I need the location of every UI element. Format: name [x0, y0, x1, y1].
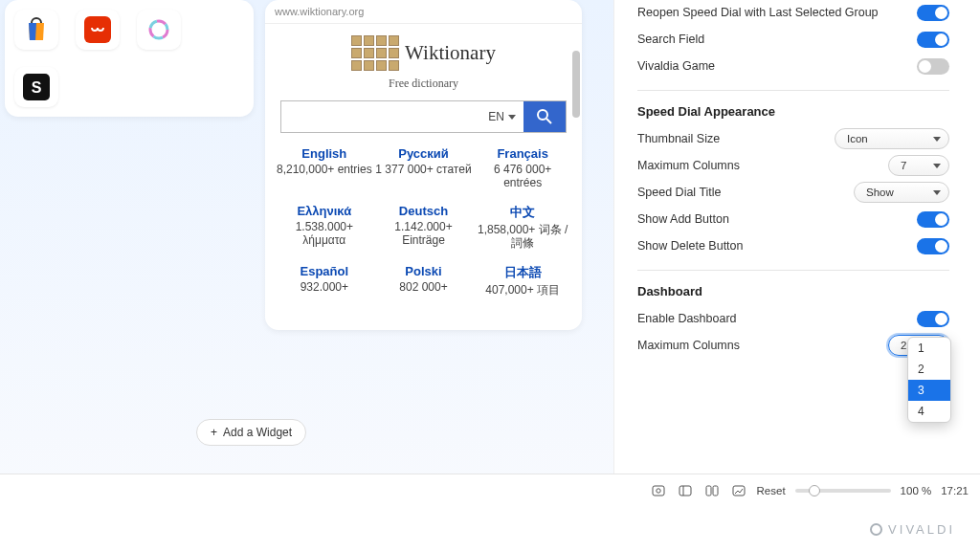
- dropdown-option-2[interactable]: 2: [908, 359, 950, 380]
- status-bar: Reset 100 % 17:21: [0, 474, 980, 507]
- toggle-enable-dashboard[interactable]: [917, 311, 949, 327]
- heading-dashboard: Dashboard: [637, 284, 949, 298]
- lang-item[interactable]: Русский1 377 000+ статей: [374, 146, 474, 190]
- image-toggle-icon[interactable]: [730, 482, 747, 499]
- setting-show-delete-button-label: Show Delete Button: [637, 239, 744, 253]
- lang-item[interactable]: Ελληνικά1.538.000+ λήμματα: [275, 204, 374, 251]
- dropdown-option-3[interactable]: 3: [908, 380, 950, 401]
- plus-icon: +: [211, 426, 217, 439]
- dropdown-option-4[interactable]: 4: [908, 401, 950, 422]
- lang-item[interactable]: 中文1,858,000+ 词条 / 詞條: [473, 204, 572, 251]
- svg-point-5: [538, 110, 547, 120]
- brand-label: VIVALDI: [888, 522, 955, 537]
- lang-item[interactable]: Polski802 000+: [374, 264, 474, 297]
- panel-toggle-icon[interactable]: [677, 482, 694, 499]
- add-widget-button[interactable]: + Add a Widget: [196, 419, 306, 446]
- search-input[interactable]: [281, 101, 480, 132]
- vivaldi-brand: VIVALDI: [870, 522, 955, 537]
- settings-panel: Reopen Speed Dial with Last Selected Gro…: [613, 0, 980, 474]
- svg-rect-12: [706, 486, 711, 496]
- setting-speed-dial-title-label: Speed Dial Title: [637, 186, 722, 199]
- speed-dial-grid: S: [5, 0, 254, 117]
- capture-icon[interactable]: [650, 482, 667, 499]
- widget-url: www.wiktionary.org: [265, 0, 582, 24]
- zoom-reset[interactable]: Reset: [757, 485, 786, 496]
- setting-max-columns-sd-label: Maximum Columns: [637, 159, 740, 172]
- toggle-search-field[interactable]: [917, 32, 949, 48]
- wiktionary-subtitle: Free dictionary: [275, 77, 572, 91]
- app-tile-s-square[interactable]: S: [14, 67, 58, 107]
- search-icon: [536, 108, 553, 125]
- toggle-vivaldia-game[interactable]: [917, 58, 949, 75]
- svg-text:S: S: [32, 79, 42, 96]
- wiktionary-logo-icon: [351, 35, 399, 71]
- wiktionary-language-grid: English8,210,000+ entries Русский1 377 0…: [275, 146, 572, 297]
- toggle-show-add-button[interactable]: [917, 211, 949, 228]
- select-speed-dial-title[interactable]: Show: [854, 182, 949, 203]
- wiktionary-widget: www.wiktionary.org Wiktionary Free dicti…: [265, 0, 582, 330]
- lang-item[interactable]: English8,210,000+ entries: [275, 146, 374, 190]
- add-widget-label: Add a Widget: [223, 426, 292, 439]
- wiktionary-search: EN: [280, 100, 567, 133]
- zoom-slider[interactable]: [795, 489, 891, 493]
- wiktionary-title: Wiktionary: [405, 41, 496, 65]
- wiktionary-body: Wiktionary Free dictionary EN English8,2…: [265, 24, 582, 328]
- language-selector-label: EN: [488, 110, 504, 123]
- aliexpress-icon: [84, 16, 111, 43]
- lang-item[interactable]: Español932.000+: [275, 264, 374, 297]
- s-square-icon: S: [23, 74, 50, 100]
- chevron-down-icon: [933, 190, 941, 195]
- clock: 17:21: [941, 485, 969, 496]
- setting-vivaldia-game-label: Vivaldia Game: [637, 59, 715, 73]
- setting-enable-dashboard-label: Enable Dashboard: [637, 312, 737, 325]
- shopping-bag-icon: [26, 17, 47, 42]
- toggle-reopen-speed-dial[interactable]: [917, 5, 949, 21]
- select-thumbnail-size[interactable]: Icon: [835, 128, 949, 149]
- zoom-percentage: 100 %: [901, 485, 932, 496]
- app-tile-shopping[interactable]: [14, 10, 58, 50]
- dropdown-max-columns-db: 1 2 3 4: [907, 337, 951, 423]
- tiling-icon[interactable]: [703, 482, 721, 499]
- svg-rect-10: [679, 486, 691, 496]
- setting-show-add-button-label: Show Add Button: [637, 212, 729, 226]
- lang-item[interactable]: 日本語407,000+ 項目: [473, 264, 572, 297]
- lang-item[interactable]: Deutsch1.142.000+ Einträge: [374, 204, 474, 251]
- brand-bar: VIVALDI: [0, 507, 980, 551]
- svg-rect-14: [733, 486, 745, 496]
- setting-reopen-speed-dial-label: Reopen Speed Dial with Last Selected Gro…: [637, 6, 879, 19]
- svg-rect-8: [653, 486, 664, 496]
- app-tile-swirl[interactable]: [137, 10, 181, 50]
- zoom-slider-thumb[interactable]: [809, 485, 820, 496]
- heading-speed-dial-appearance: Speed Dial Appearance: [637, 104, 949, 119]
- svg-line-6: [546, 119, 551, 123]
- dropdown-option-1[interactable]: 1: [908, 338, 950, 359]
- app-tile-aliexpress[interactable]: [76, 10, 120, 50]
- svg-point-9: [656, 489, 659, 493]
- setting-search-field-label: Search Field: [637, 33, 704, 46]
- start-page-area: S www.wiktionary.org Wiktionary Free dic…: [0, 0, 613, 507]
- vivaldi-logo-icon: [870, 523, 882, 536]
- select-max-columns-sd[interactable]: 7: [888, 155, 949, 176]
- swirl-icon: [146, 17, 171, 42]
- chevron-down-icon: [933, 137, 941, 142]
- lang-item[interactable]: Français6 476 000+ entrées: [473, 146, 572, 190]
- scrollbar-handle[interactable]: [572, 51, 580, 118]
- toggle-show-delete-button[interactable]: [917, 238, 949, 254]
- setting-max-columns-db-label: Maximum Columns: [637, 339, 740, 352]
- chevron-down-icon: [933, 164, 941, 168]
- svg-rect-13: [713, 486, 718, 496]
- search-button[interactable]: [523, 101, 566, 132]
- chevron-down-icon: [508, 115, 516, 120]
- setting-thumbnail-size-label: Thumbnail Size: [637, 132, 720, 145]
- language-selector[interactable]: EN: [480, 101, 523, 132]
